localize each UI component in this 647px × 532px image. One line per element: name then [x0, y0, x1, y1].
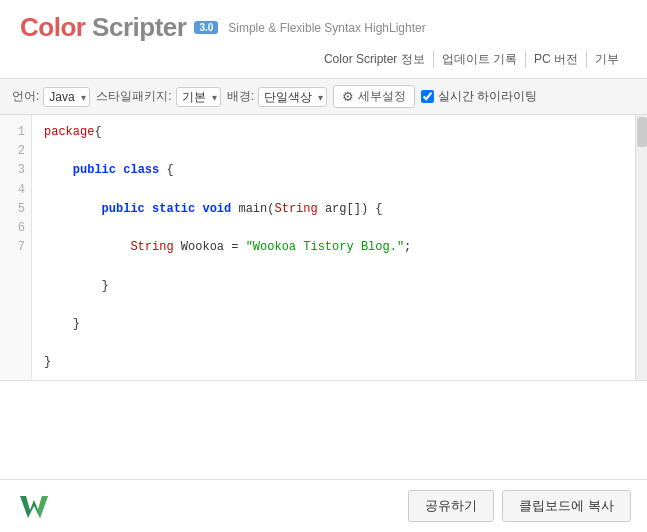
realtime-label: 실시간 하이라이팅 [438, 88, 537, 105]
language-selector: 언어: Java [12, 87, 90, 107]
footer-buttons: 공유하기 클립보드에 복사 [408, 490, 631, 522]
realtime-checkbox-label[interactable]: 실시간 하이라이팅 [421, 88, 537, 105]
toolbar: 언어: Java 스타일패키지: 기본 배경: 단일색상 ⚙ 세부설정 실시간 … [0, 79, 647, 115]
bg-selector: 배경: 단일색상 [227, 87, 327, 107]
footer: 공유하기 클립보드에 복사 [0, 479, 647, 532]
nav-links: Color Scripter 정보 업데이트 기록 PC 버전 기부 [20, 51, 627, 72]
language-select-wrap[interactable]: Java [43, 87, 90, 107]
settings-button[interactable]: ⚙ 세부설정 [333, 85, 415, 108]
nav-donate[interactable]: 기부 [587, 51, 627, 68]
bg-select-wrap[interactable]: 단일색상 [258, 87, 327, 107]
gear-icon: ⚙ [342, 89, 354, 104]
language-select[interactable]: Java [43, 87, 90, 107]
code-content[interactable]: package{ public class { public static vo… [32, 115, 635, 380]
share-button[interactable]: 공유하기 [408, 490, 494, 522]
nav-pc[interactable]: PC 버전 [526, 51, 587, 68]
style-select-wrap[interactable]: 기본 [176, 87, 221, 107]
settings-label: 세부설정 [358, 88, 406, 105]
language-label: 언어: [12, 88, 39, 105]
bg-label: 배경: [227, 88, 254, 105]
app-title: Color Scripter [20, 12, 186, 43]
subtitle: Simple & Flexible Syntax HighLighter [228, 21, 425, 35]
realtime-checkbox[interactable] [421, 90, 434, 103]
copy-button[interactable]: 클립보드에 복사 [502, 490, 631, 522]
logo-area [16, 488, 52, 524]
logo-icon [16, 488, 52, 524]
style-selector: 스타일패키지: 기본 [96, 87, 220, 107]
nav-info[interactable]: Color Scripter 정보 [316, 51, 434, 68]
line-numbers: 1 2 3 4 5 6 7 [0, 115, 32, 380]
style-label: 스타일패키지: [96, 88, 171, 105]
nav-update[interactable]: 업데이트 기록 [434, 51, 526, 68]
style-select[interactable]: 기본 [176, 87, 221, 107]
scrollbar-thumb [637, 117, 647, 147]
code-area: 1 2 3 4 5 6 7 package{ public class { pu… [0, 115, 647, 381]
version-badge: 3.0 [194, 21, 218, 34]
scrollbar[interactable] [635, 115, 647, 380]
bg-select[interactable]: 단일색상 [258, 87, 327, 107]
